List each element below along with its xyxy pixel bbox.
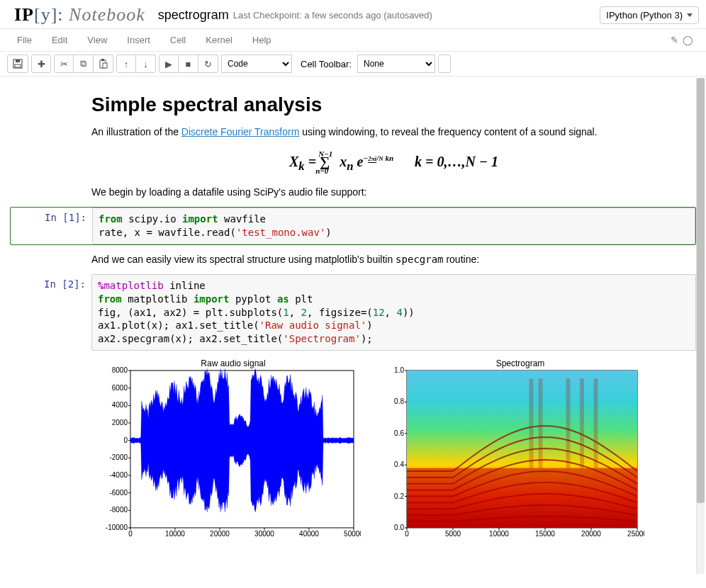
- logo-bracket-open: [: [34, 4, 41, 25]
- run-button[interactable]: ▶: [159, 55, 179, 73]
- svg-rect-45: [566, 378, 571, 520]
- edit-mode-icon: ✎: [671, 35, 678, 45]
- svg-rect-4: [101, 59, 104, 61]
- celltoolbar-label: Cell Toolbar:: [301, 59, 352, 69]
- restart-button[interactable]: ↻: [198, 55, 218, 73]
- kernel-selector-label: IPython (Python 3): [606, 10, 683, 21]
- scrollbar[interactable]: [696, 78, 705, 574]
- intro-text-post: using windowing, to reveal the frequency…: [299, 126, 597, 137]
- scissors-icon: ✂: [60, 59, 68, 69]
- markdown-cell[interactable]: And we can easily view its spectral stru…: [10, 252, 696, 267]
- copy-button[interactable]: ⧉: [74, 55, 94, 73]
- paste-button[interactable]: [94, 55, 113, 73]
- svg-text:0: 0: [128, 530, 133, 538]
- menubar-indicators: ✎ ◯: [671, 35, 699, 45]
- md2-post: routine:: [444, 254, 480, 265]
- arrow-up-icon: ↑: [124, 59, 129, 69]
- stop-icon: ■: [186, 59, 191, 69]
- code-input[interactable]: from scipy.io import wavfile rate, x = w…: [92, 208, 695, 244]
- move-up-button[interactable]: ↑: [116, 55, 136, 73]
- svg-text:0: 0: [123, 436, 128, 444]
- input-prompt: In [1]:: [11, 208, 92, 244]
- output-area: Raw audio signal -10000-8000-6000-4000-2…: [10, 351, 696, 542]
- notebook-header: IP[y]: Notebook spectrogram Last Checkpo…: [0, 0, 706, 28]
- logo-notebook: Notebook: [64, 4, 145, 25]
- svg-text:4000: 4000: [112, 402, 128, 409]
- svg-text:8000: 8000: [112, 366, 128, 374]
- input-prompt: In [2]:: [10, 274, 91, 351]
- svg-text:0.8: 0.8: [394, 398, 404, 406]
- svg-rect-46: [580, 378, 584, 520]
- svg-text:0.2: 0.2: [394, 492, 404, 500]
- markdown-rendered: And we can easily view its spectral stru…: [10, 252, 696, 267]
- play-icon: ▶: [165, 59, 172, 69]
- toolbar: ✚ ✂ ⧉ ↑ ↓ ▶ ■ ↻ Code Cell Toolbar: None: [0, 52, 706, 77]
- notebook-container[interactable]: Simple spectral analysis An illustration…: [0, 77, 706, 587]
- code-cell-2[interactable]: In [2]: %matplotlib inline from matplotl…: [10, 274, 696, 542]
- md2-paragraph: And we can easily view its spectral stru…: [91, 252, 696, 267]
- md2-pre: And we can easily view its spectral stru…: [91, 254, 396, 265]
- add-cell-button[interactable]: ✚: [31, 55, 51, 73]
- svg-text:40000: 40000: [299, 530, 319, 538]
- toolbar-extra-button[interactable]: [438, 55, 451, 73]
- md2-code: specgram: [396, 254, 443, 265]
- checkpoint-text: Last Checkpoint: a few seconds ago (auto…: [233, 10, 432, 21]
- svg-text:-6000: -6000: [109, 489, 128, 497]
- svg-text:6000: 6000: [112, 384, 128, 392]
- plot2-title: Spectrogram: [496, 358, 545, 368]
- svg-text:20000: 20000: [581, 530, 601, 538]
- scrollbar-thumb[interactable]: [697, 78, 705, 503]
- svg-text:-4000: -4000: [109, 471, 128, 479]
- svg-text:10000: 10000: [489, 530, 509, 538]
- dft-link[interactable]: Discrete Fourier Transform: [181, 126, 299, 137]
- dft-equation: Xk = ∑n=0N−1 xn e−2πi/N kn k = 0,…,N − 1: [91, 149, 696, 175]
- svg-rect-5: [103, 63, 107, 68]
- logo: IP[y]: Notebook: [14, 4, 145, 26]
- markdown-cell[interactable]: Simple spectral analysis An illustration…: [10, 94, 696, 200]
- move-down-button[interactable]: ↓: [136, 55, 156, 73]
- menu-edit[interactable]: Edit: [42, 29, 77, 51]
- svg-text:0: 0: [405, 530, 409, 538]
- svg-text:0.0: 0.0: [394, 524, 404, 531]
- menu-cell[interactable]: Cell: [160, 29, 196, 51]
- svg-text:-10000: -10000: [106, 524, 128, 531]
- arrow-down-icon: ↓: [143, 59, 148, 69]
- svg-text:30000: 30000: [254, 530, 274, 538]
- logo-y: y: [41, 4, 51, 25]
- markdown-rendered: Simple spectral analysis An illustration…: [10, 94, 696, 200]
- menu-file[interactable]: File: [7, 29, 42, 51]
- cut-button[interactable]: ✂: [54, 55, 74, 73]
- notebook-name[interactable]: spectrogram: [158, 8, 229, 23]
- svg-rect-2: [15, 64, 21, 67]
- menu-insert[interactable]: Insert: [117, 29, 160, 51]
- menu-view[interactable]: View: [77, 29, 117, 51]
- logo-bracket-close: ]:: [51, 4, 64, 25]
- kernel-idle-icon: ◯: [683, 35, 693, 45]
- menubar: File Edit View Insert Cell Kernel Help ✎…: [0, 28, 706, 52]
- lead-paragraph-2: We begin by loading a datafile using Sci…: [91, 185, 696, 200]
- interrupt-button[interactable]: ■: [179, 55, 198, 73]
- save-button[interactable]: [7, 55, 28, 73]
- code-cell-1[interactable]: In [1]: from scipy.io import wavfile rat…: [10, 207, 696, 245]
- svg-text:1.0: 1.0: [394, 366, 404, 374]
- svg-rect-43: [530, 378, 534, 520]
- menu-help[interactable]: Help: [242, 29, 281, 51]
- kernel-selector[interactable]: IPython (Python 3): [600, 6, 699, 24]
- restart-icon: ↻: [204, 59, 212, 69]
- celltoolbar-select[interactable]: None: [357, 55, 435, 73]
- copy-icon: ⧉: [80, 58, 86, 69]
- svg-text:-8000: -8000: [109, 507, 128, 514]
- page-title: Simple spectral analysis: [91, 94, 696, 116]
- svg-text:20000: 20000: [210, 530, 230, 538]
- svg-text:50000: 50000: [344, 530, 361, 538]
- plot1-title: Raw audio signal: [201, 358, 265, 368]
- chevron-down-icon: [687, 13, 693, 17]
- menu-kernel[interactable]: Kernel: [196, 29, 242, 51]
- logo-ip: IP: [14, 4, 34, 25]
- svg-rect-47: [594, 378, 598, 520]
- code-input[interactable]: %matplotlib inline from matplotlib impor…: [91, 274, 696, 351]
- svg-text:15000: 15000: [535, 530, 555, 538]
- svg-text:5000: 5000: [445, 530, 461, 538]
- celltype-select[interactable]: Code: [221, 55, 292, 73]
- svg-text:10000: 10000: [165, 530, 185, 538]
